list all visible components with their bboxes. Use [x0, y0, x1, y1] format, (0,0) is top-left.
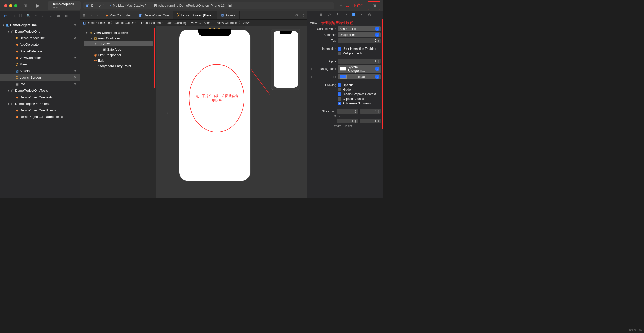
tree-item[interactable]: ╳Main: [0, 61, 80, 67]
tag-field[interactable]: 0▲▼: [338, 38, 381, 43]
annotation-box-top: ▯▯: [368, 1, 380, 10]
tree-item[interactable]: ╳LaunchScreenM: [0, 74, 80, 81]
editor-area: ⊞ 〈 〉 ◆ViewController◧DemoPorjectOne╳Lau…: [80, 11, 307, 198]
semantic-select[interactable]: Unspecified⌄: [338, 32, 381, 37]
size-insp-icon[interactable]: ▸: [359, 13, 364, 16]
split-icon[interactable]: ▯: [303, 13, 305, 17]
toggle-inspector-icon[interactable]: ▯▯: [370, 2, 378, 9]
content-mode-select[interactable]: Scale To Fill⌄: [338, 26, 381, 31]
stretch-x[interactable]: 0▲▼: [337, 109, 358, 114]
outline-row[interactable]: ▾▦View Controller Scene: [84, 30, 153, 35]
minimize-window[interactable]: [9, 4, 12, 7]
jump-bar[interactable]: ◧ DemoPorjectOne 〉 DemoP…ctOne 〉 LaunchS…: [80, 20, 307, 26]
ib-canvas[interactable]: ▦◉↩ 点一下这个白板，左面就会出现这些 →: [156, 26, 307, 198]
file-insp-icon[interactable]: ▯: [318, 13, 324, 16]
annotation-box-inspector: View 会出现这些属性设置 Content Mode Scale To Fil…: [308, 19, 383, 129]
section-title: View: [310, 21, 317, 25]
editor-tab[interactable]: ◧DemoPorjectOne: [135, 11, 173, 19]
refresh-icon[interactable]: ⟲: [295, 13, 298, 17]
annotation-right: 会出现这些属性设置: [321, 21, 353, 25]
tree-item[interactable]: ▾▢DemoPorjectOneUITests: [0, 100, 80, 107]
library-button[interactable]: ＋: [337, 2, 344, 9]
tree-item[interactable]: ▤InfoM: [0, 81, 80, 87]
tree-item[interactable]: ▾▢DemoPorjectOne: [0, 28, 80, 35]
forward-icon[interactable]: 〉: [94, 13, 102, 18]
jump-segment[interactable]: DemoP…ctOne: [115, 21, 136, 25]
inspector: ▯ ◷ ? ▭ ☰ ▸ ◎ View 会出现这些属性设置 Content Mod…: [307, 11, 383, 198]
jump-segment[interactable]: View Controller: [217, 21, 238, 25]
drawing-checkbox[interactable]: ✓: [338, 102, 341, 105]
branch-name: main: [52, 6, 77, 9]
tree-item[interactable]: ◆DemoPorject…tsLaunchTests: [0, 113, 80, 120]
stretch-y[interactable]: 0▲▼: [360, 109, 381, 114]
outline-row[interactable]: →Storyboard Entry Point: [84, 63, 153, 69]
outline-row[interactable]: ▣Safe Area: [84, 46, 153, 52]
drawing-checkbox[interactable]: ✓: [338, 83, 341, 87]
jump-segment[interactable]: View C…Scene: [191, 21, 212, 25]
back-icon[interactable]: 〈: [87, 13, 94, 18]
debug-nav-icon[interactable]: ▵: [48, 13, 54, 19]
tree-item[interactable]: ▾▢DemoPorjectOneTests: [0, 87, 80, 94]
outline-row[interactable]: ▾▢View: [84, 41, 153, 46]
test-nav-icon[interactable]: ◇: [40, 13, 46, 19]
device[interactable]: My Mac (Mac Catalyst): [113, 4, 146, 7]
outline-row[interactable]: ▾◻View Controller: [84, 35, 153, 41]
inspector-tabs: ▯ ◷ ? ▭ ☰ ▸ ◎: [307, 11, 383, 18]
multiple-touch-checkbox[interactable]: [338, 52, 341, 55]
history-insp-icon[interactable]: ◷: [327, 13, 332, 16]
stretch-w[interactable]: 1▲▼: [337, 119, 358, 123]
jump-segment[interactable]: View: [243, 21, 250, 25]
tree-item[interactable]: ◆DemoPorjectOneTests: [0, 94, 80, 100]
attributes-insp-icon[interactable]: ☰: [351, 13, 356, 16]
background-select[interactable]: System Backgroun…⌄: [338, 65, 381, 73]
zoom-window[interactable]: [14, 4, 17, 7]
tint-select[interactable]: Default⌄: [338, 74, 381, 79]
symbol-nav-icon[interactable]: ☷: [18, 13, 24, 19]
tree-item[interactable]: ◆DemoPorjectOneUITests: [0, 107, 80, 113]
jump-segment[interactable]: Launc…(Base): [166, 21, 186, 25]
related-items-icon[interactable]: ⊞: [80, 13, 87, 17]
tree-root[interactable]: ▾◧ DemoPorjectOne M: [0, 21, 80, 28]
navigator: ▤ ◫ ☷ 🔍 ⚠ ◇ ▵ ▭ ▥ ▾◧ DemoPorjectOne M ▾▢…: [0, 11, 80, 198]
connections-insp-icon[interactable]: ◎: [367, 13, 373, 16]
run-button[interactable]: ▶: [34, 2, 41, 9]
annotation-oval: 点一下这个白板，左面就会出现这些: [189, 64, 244, 132]
editor-tab[interactable]: ╳LaunchScreen (Base): [173, 11, 217, 19]
jump-segment[interactable]: DemoPorjectOne: [87, 21, 110, 25]
jump-segment[interactable]: LaunchScreen: [141, 21, 161, 25]
report-nav-icon[interactable]: ▥: [63, 13, 69, 19]
tree-item[interactable]: ◆AppDelegate: [0, 41, 80, 48]
project-nav-icon[interactable]: ▤: [3, 13, 9, 19]
tree-item[interactable]: ▧AssetsM: [0, 67, 80, 74]
tree-item[interactable]: ✿DemoPorjectOneA: [0, 35, 80, 41]
identity-insp-icon[interactable]: ▭: [343, 13, 348, 16]
scheme-selector[interactable]: DemoPorjectO... main: [48, 1, 81, 10]
adjust-icon[interactable]: ≡: [299, 13, 301, 17]
find-nav-icon[interactable]: 🔍: [25, 13, 31, 19]
stretch-h[interactable]: 1▲▼: [360, 119, 381, 123]
project-tree: ▾◧ DemoPorjectOne M ▾▢DemoPorjectOne ✿De…: [0, 20, 80, 121]
alpha-field[interactable]: 1▲▼: [338, 59, 381, 64]
issue-nav-icon[interactable]: ⚠: [33, 13, 39, 19]
annotation-box-outline: ▾▦View Controller Scene ▾◻View Controlle…: [82, 28, 155, 88]
source-control-nav-icon[interactable]: ◫: [10, 13, 16, 19]
breakpoint-nav-icon[interactable]: ▭: [56, 13, 62, 19]
scheme[interactable]: D…ne: [91, 4, 101, 7]
editor-tab[interactable]: ◆ViewController: [102, 11, 135, 19]
drawing-checkbox[interactable]: ✓: [338, 92, 341, 96]
drawing-checkbox[interactable]: [338, 97, 341, 101]
status-bar: ◧ D…ne 〉 ▭ My Mac (Mac Catalyst) Finishe…: [83, 2, 334, 9]
editor-tab[interactable]: ▧Assets: [217, 11, 240, 19]
entry-arrow-icon: →: [164, 110, 169, 116]
tree-item[interactable]: ◆SceneDelegate: [0, 48, 80, 54]
outline-row[interactable]: ↩Exit: [84, 58, 153, 63]
minimap[interactable]: [271, 29, 300, 90]
help-insp-icon[interactable]: ?: [335, 13, 340, 16]
status-text: Finished running DemoPorjectOne on iPhon…: [154, 4, 232, 7]
outline-row[interactable]: ◉First Responder: [84, 52, 153, 58]
toggle-nav-icon[interactable]: ▥: [22, 2, 29, 9]
close-window[interactable]: [4, 4, 7, 7]
drawing-checkbox[interactable]: [338, 88, 341, 91]
user-interaction-checkbox[interactable]: ✓: [338, 47, 341, 51]
tree-item[interactable]: ◆ViewControllerM: [0, 54, 80, 61]
